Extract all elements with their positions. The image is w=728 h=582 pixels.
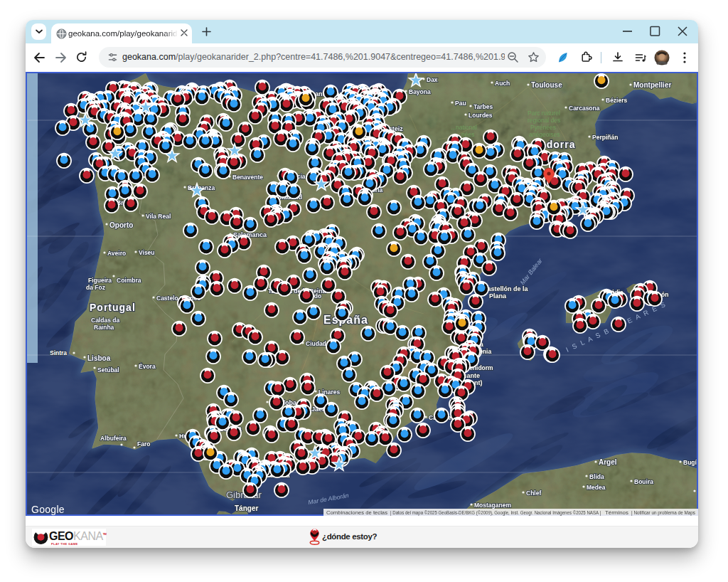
svg-text:Toulouse: Toulouse: [531, 81, 562, 89]
svg-text:...national: ...national: [451, 124, 477, 131]
svg-text:Coimbra: Coimbra: [117, 277, 141, 284]
svg-text:Aveiro: Aveiro: [107, 250, 126, 257]
svg-text:Faro: Faro: [137, 440, 150, 448]
svg-text:Vila Real: Vila Real: [146, 213, 171, 220]
svg-text:Benavente: Benavente: [232, 174, 263, 181]
svg-text:Mostaganem: Mostaganem: [474, 502, 511, 509]
svg-text:regional des: regional des: [528, 117, 560, 124]
svg-text:Portugal: Portugal: [90, 302, 136, 313]
svg-text:Lourdes: Lourdes: [469, 112, 493, 119]
svg-text:Béziers: Béziers: [606, 97, 628, 104]
svg-text:da Foz: da Foz: [86, 284, 105, 291]
svg-text:Oporto: Oporto: [109, 221, 133, 229]
svg-text:Montpellier: Montpellier: [633, 81, 671, 89]
svg-text:Tánger: Tánger: [235, 504, 258, 512]
svg-text:Argel: Argel: [599, 458, 617, 466]
svg-text:Setúbal: Setúbal: [97, 366, 119, 374]
svg-text:Carcasona: Carcasona: [569, 105, 600, 112]
svg-text:Medea: Medea: [587, 484, 606, 491]
svg-text:Perpiñán: Perpiñán: [592, 134, 618, 141]
svg-text:Dax: Dax: [427, 76, 438, 83]
svg-text:Parc naturel: Parc naturel: [528, 110, 560, 117]
svg-text:Google: Google: [31, 504, 65, 515]
svg-text:Caldas da: Caldas da: [91, 317, 119, 324]
svg-text:Bayona: Bayona: [409, 88, 431, 95]
svg-text:Pau: Pau: [455, 100, 466, 107]
svg-text:Bouira: Bouira: [634, 478, 653, 485]
svg-text:Rainha: Rainha: [94, 324, 114, 331]
svg-text:Albufeira: Albufeira: [100, 435, 127, 442]
svg-text:Figueira: Figueira: [88, 277, 112, 284]
svg-text:ariégeoises: ariégeoises: [529, 131, 560, 138]
svg-text:Évora: Évora: [139, 363, 156, 370]
svg-text:Blida: Blida: [589, 473, 604, 480]
svg-text:Castellón de la: Castellón de la: [483, 285, 529, 292]
svg-text:Sintra: Sintra: [50, 349, 67, 356]
svg-text:Chlef: Chlef: [526, 490, 541, 497]
svg-text:Lisboa: Lisboa: [87, 354, 111, 362]
svg-text:Auch: Auch: [495, 80, 510, 87]
svg-text:Plana: Plana: [489, 292, 507, 300]
svg-text:| Notificar un problema de Map: | Notificar un problema de Maps: [631, 510, 695, 516]
svg-text:Bugía: Bugía: [683, 459, 698, 466]
svg-text:| Datos del mapa ©2025 GeoBasi: | Datos del mapa ©2025 GeoBasis-DE/BKG (…: [390, 510, 601, 516]
svg-text:Tarbes: Tarbes: [473, 103, 493, 110]
svg-text:Términos: Términos: [605, 510, 629, 515]
svg-text:Pyrénées: Pyrénées: [530, 124, 556, 131]
svg-text:Viseu: Viseu: [139, 249, 155, 256]
svg-text:Combinaciones de teclas: Combinaciones de teclas: [326, 510, 388, 515]
